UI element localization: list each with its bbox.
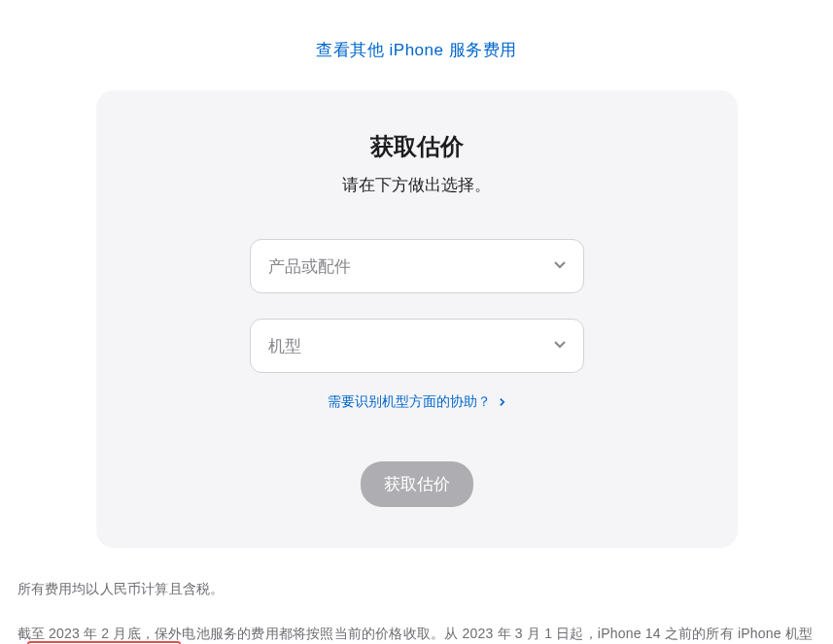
product-select[interactable]: 产品或配件: [250, 239, 584, 293]
model-select-wrap: 机型: [250, 319, 584, 373]
footnotes: 所有费用均以人民币计算且含税。 截至 2023 年 2 月底，保外电池服务的费用…: [14, 575, 820, 644]
model-select[interactable]: 机型: [250, 319, 584, 373]
help-link-label: 需要识别机型方面的协助？: [328, 393, 491, 409]
model-select-placeholder: 机型: [268, 335, 301, 357]
card-title: 获取估价: [135, 131, 699, 162]
footnote-2-text: 截至 2023 年 2 月底，保外电池服务的费用都将按照当前的价格收取。从 20…: [17, 626, 814, 644]
chevron-right-icon: [499, 397, 505, 407]
footnote-2: 截至 2023 年 2 月底，保外电池服务的费用都将按照当前的价格收取。从 20…: [17, 620, 816, 644]
chevron-down-icon: [553, 256, 567, 276]
top-link-wrap: 查看其他 iPhone 服务费用: [12, 0, 821, 90]
identify-model-help-link[interactable]: 需要识别机型方面的协助？: [328, 393, 505, 409]
product-select-placeholder: 产品或配件: [268, 255, 351, 278]
footnote-1: 所有费用均以人民币计算且含税。: [17, 575, 816, 602]
card-subtitle: 请在下方做出选择。: [135, 174, 699, 196]
help-link-wrap: 需要识别机型方面的协助？: [135, 392, 699, 411]
get-estimate-button[interactable]: 获取估价: [361, 461, 473, 507]
chevron-down-icon: [553, 336, 567, 356]
estimate-card: 获取估价 请在下方做出选择。 产品或配件 机型 需要识别机型方面的协助？: [96, 90, 738, 548]
other-services-link[interactable]: 查看其他 iPhone 服务费用: [316, 41, 516, 59]
product-select-wrap: 产品或配件: [250, 239, 584, 293]
